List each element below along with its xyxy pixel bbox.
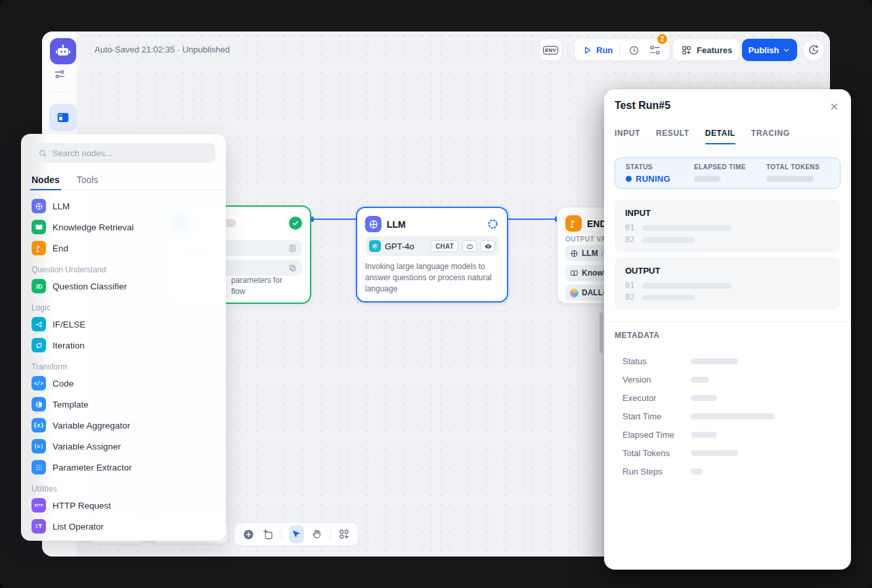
- llm-node[interactable]: LLM GPT-4o CHAT: [356, 207, 508, 303]
- metadata-skeleton: [691, 358, 738, 364]
- history-button[interactable]: [802, 39, 825, 61]
- node-item-code[interactable]: </>Code: [21, 373, 226, 394]
- running-dot-icon: [626, 176, 632, 182]
- publish-label: Publish: [749, 45, 779, 55]
- code-icon: </>: [34, 381, 43, 387]
- value-skeleton: [642, 283, 731, 289]
- output-card: OUTPUT 0102: [615, 257, 840, 310]
- iteration-icon: [32, 338, 46, 352]
- llm-icon: [32, 199, 46, 213]
- input-card: INPUT 0102: [615, 200, 840, 252]
- node-item-list-operator[interactable]: List Operator: [21, 516, 226, 537]
- value-skeleton: [642, 295, 695, 301]
- run-tab-detail[interactable]: DETAIL: [705, 122, 735, 144]
- listop-icon: [35, 522, 43, 531]
- node-section-label: Utilities: [21, 478, 226, 495]
- llm-model-row[interactable]: GPT-4o CHAT: [365, 236, 499, 256]
- node-item-label: Template: [53, 400, 89, 410]
- skeleton-row: 02: [615, 291, 840, 303]
- end-node-icon: [565, 215, 582, 232]
- node-search-box[interactable]: [32, 143, 215, 163]
- node-item-label: LLM: [53, 201, 70, 211]
- node-item-label: Variable Aggregator: [53, 421, 130, 430]
- node-item-template[interactable]: Template: [21, 394, 226, 415]
- value-skeleton: [642, 237, 695, 243]
- dalle-icon: [570, 289, 578, 297]
- spinner-icon: [487, 218, 499, 230]
- run-tab-tracing[interactable]: TRACING: [751, 122, 790, 144]
- metadata-row: Executor: [615, 388, 840, 407]
- toolbar-divider: [567, 45, 568, 55]
- node-search-panel: NodesTools LLMKnowledge RetrievalEndQues…: [21, 134, 226, 541]
- run-tab-result[interactable]: RESULT: [656, 122, 689, 144]
- node-item-label: List Operator: [53, 522, 104, 532]
- book-mini-icon: [570, 269, 578, 278]
- llm-mini-icon: [570, 249, 578, 258]
- add-note-button[interactable]: [262, 528, 274, 541]
- plus-circle-icon: [242, 528, 255, 541]
- node-item-knowledge-retrieval[interactable]: Knowledge Retrieval: [21, 217, 226, 238]
- template-icon: [32, 397, 46, 411]
- variable-label: LLM: [582, 249, 598, 258]
- document-icon: [288, 244, 297, 253]
- app-logo-robot-icon[interactable]: [50, 38, 76, 64]
- node-search-input[interactable]: [51, 148, 209, 159]
- canvas-scrollbar[interactable]: [600, 312, 603, 353]
- publish-button[interactable]: Publish: [742, 39, 797, 61]
- features-button[interactable]: Features: [672, 39, 741, 61]
- node-item-variable-aggregator[interactable]: {x}Variable Aggregator: [21, 415, 226, 436]
- metadata-label: Start Time: [615, 411, 683, 421]
- node-item-llm[interactable]: LLM: [21, 196, 226, 217]
- node-item-question-classifier[interactable]: Question Classifier: [21, 276, 226, 297]
- sliders-icon[interactable]: [53, 67, 67, 81]
- node-item-parameter-extractor[interactable]: Parameter Extractor: [21, 457, 226, 478]
- close-button[interactable]: [826, 98, 842, 114]
- metadata-skeleton: [691, 469, 703, 474]
- node-list: LLMKnowledge RetrievalEndQuestion Unders…: [21, 190, 226, 537]
- node-item-end[interactable]: End: [21, 238, 226, 259]
- status-col: STATUS RUNING: [626, 163, 694, 188]
- chevron-down-icon: [782, 46, 791, 54]
- features-icon: [681, 45, 692, 56]
- paramext-icon: [35, 463, 43, 472]
- template-icon: [35, 400, 43, 409]
- value-skeleton: [642, 225, 731, 231]
- metadata-skeleton: [691, 413, 775, 419]
- node-panel-tab-tools[interactable]: Tools: [77, 169, 98, 190]
- run-tab-input[interactable]: INPUT: [615, 122, 640, 144]
- timer-icon: [628, 44, 640, 56]
- pointer-mode-button[interactable]: [289, 525, 304, 543]
- run-group: Run: [574, 39, 670, 61]
- panel-divider: [604, 322, 851, 322]
- checklist-button[interactable]: [647, 43, 662, 57]
- sidebar-divider: [51, 92, 69, 93]
- varagg-icon: {x}: [33, 422, 44, 429]
- add-node-button[interactable]: [242, 528, 255, 541]
- autosave-status: Auto-Saved 21:02:35 · Unpublished: [95, 45, 230, 54]
- metadata-label: Elapsed Time: [615, 430, 683, 440]
- history-icon: [808, 44, 819, 56]
- metadata-row: Start Time: [615, 407, 840, 425]
- robot-badge-icon: [466, 242, 474, 251]
- window-icon: [56, 110, 70, 125]
- workflow-view-button[interactable]: [49, 104, 77, 131]
- skeleton-row: 01: [615, 280, 840, 291]
- node-panel-tab-nodes[interactable]: Nodes: [32, 169, 60, 190]
- run-group-divider: [619, 45, 620, 55]
- run-timer-button[interactable]: [626, 43, 641, 57]
- status-value: RUNING: [636, 174, 670, 184]
- paramext-icon: [32, 460, 46, 474]
- run-button[interactable]: Run: [582, 45, 613, 55]
- node-item-variable-assigner[interactable]: (=)Variable Assigner: [21, 436, 226, 457]
- canvas-toolbar: [234, 522, 359, 546]
- organize-nodes-button[interactable]: [338, 528, 350, 541]
- eye-icon: [484, 242, 492, 251]
- llm-icon: [35, 202, 43, 211]
- node-item-iteration[interactable]: Iteration: [21, 335, 226, 356]
- hand-mode-button[interactable]: [311, 528, 323, 541]
- elapsed-col: ELAPSED TIME: [694, 163, 766, 188]
- node-item-http-request[interactable]: HTTPHTTP Request: [21, 495, 226, 516]
- env-button[interactable]: ENV: [539, 39, 562, 61]
- llm-node-icon: [365, 216, 381, 232]
- node-item-if-else[interactable]: IF/ELSE: [21, 314, 226, 335]
